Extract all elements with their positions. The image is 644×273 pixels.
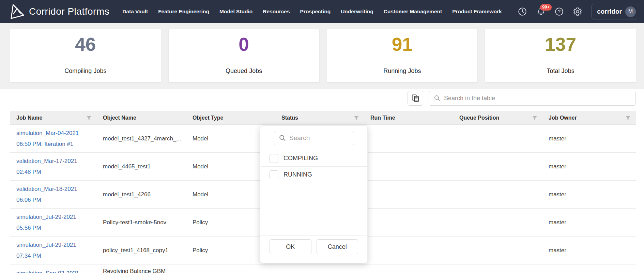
status-filter-icon[interactable] [354, 116, 359, 121]
compiling-jobs-count: 46 [75, 34, 96, 55]
queue-position-cell [453, 181, 542, 209]
user-menu[interactable]: corridor M [591, 4, 639, 19]
job-name-link[interactable]: validation_Mar-17-2021 02:48 PM [16, 158, 77, 175]
running-checkbox[interactable] [270, 170, 278, 179]
object-name-cell: model_test1_4327_4march_... [97, 125, 186, 153]
table-header-row: Job Name Object Name Object Type Status … [10, 111, 636, 125]
nav-item-data-vault[interactable]: Data Vault [122, 9, 148, 15]
column-header-job-owner: Job Owner [542, 111, 636, 125]
search-icon [434, 95, 441, 102]
queue-position-cell [453, 237, 542, 264]
job-owner-cell: master [542, 125, 636, 153]
stat-card-queued-jobs: 0 Queued Jobs [169, 29, 319, 82]
user-name: corridor [597, 8, 622, 15]
run-time-cell [364, 153, 453, 181]
table-search-box [429, 91, 636, 106]
queue-position-cell [453, 264, 542, 273]
object-name-cell: Revolving Balance GBM [97, 264, 186, 273]
job-name-link[interactable]: simulation_Jul-29-2021 05:56 PM [16, 214, 76, 231]
run-time-cell [364, 181, 453, 209]
column-header-queue-position: Queue Position [453, 111, 542, 125]
help-icon[interactable]: ? [554, 7, 564, 16]
object-name-cell: Policy-test1-smoke-5nov [97, 209, 186, 237]
filter-options-list: COMPILING RUNNING [260, 150, 367, 183]
compiling-jobs-label: Compiling Jobs [64, 67, 106, 75]
column-header-run-time: Run Time [364, 111, 453, 125]
stat-card-total-jobs: 137 Total Jobs [485, 29, 636, 82]
user-avatar: M [625, 6, 636, 17]
stat-card-running-jobs: 91 Running Jobs [327, 29, 478, 82]
nav-item-model-studio[interactable]: Model Studio [219, 9, 252, 15]
job-stats-cards: 46 Compiling Jobs 0 Queued Jobs 91 Runni… [10, 29, 636, 82]
column-chooser-icon [411, 94, 420, 103]
filter-ok-button[interactable]: OK [270, 239, 311, 254]
nav-item-product-framework[interactable]: Product Framework [452, 9, 502, 15]
object-name-cell: model_4465_test1 [97, 153, 186, 181]
history-clock-icon[interactable] [518, 7, 527, 16]
nav-item-underwriting[interactable]: Underwriting [341, 9, 373, 15]
total-jobs-count: 137 [545, 34, 576, 55]
run-time-cell [364, 125, 453, 153]
queue-position-cell [453, 209, 542, 237]
column-header-job-name: Job Name [10, 111, 97, 125]
search-icon [279, 134, 286, 142]
filter-search-box [274, 131, 354, 145]
queue-position-filter-icon[interactable] [532, 116, 537, 121]
column-header-object-name: Object Name [97, 111, 186, 125]
job-owner-cell: master [542, 209, 636, 237]
top-navbar: Corridor Platforms Data Vault Feature En… [0, 0, 644, 23]
job-name-link[interactable]: simulation_Jul-29-2021 07:34 PM [16, 242, 76, 259]
object-type-cell [186, 264, 275, 273]
column-chooser-button[interactable] [408, 91, 423, 106]
total-jobs-label: Total Jobs [547, 67, 574, 75]
navbar-actions: 99+ ? corridor M [518, 4, 644, 19]
column-header-status: Status [275, 111, 364, 125]
popup-spacer [260, 183, 367, 235]
run-time-cell [364, 264, 453, 273]
nav-item-customer-management[interactable]: Customer Management [384, 9, 442, 15]
filter-option-running[interactable]: RUNNING [261, 167, 367, 183]
corridor-logo-icon [9, 4, 25, 19]
brand[interactable]: Corridor Platforms [9, 4, 109, 19]
job-name-filter-icon[interactable] [86, 116, 92, 121]
brand-name: Corridor Platforms [29, 6, 109, 17]
main-navigation: Data Vault Feature Engineering Model Stu… [122, 9, 502, 15]
run-time-cell [364, 209, 453, 237]
job-owner-filter-icon[interactable] [625, 116, 631, 121]
job-owner-cell: master [542, 153, 636, 181]
job-name-link[interactable]: simulation_Mar-04-2021 06:50 PM: Iterati… [16, 130, 79, 147]
status-cell [275, 264, 364, 273]
job-owner-cell [542, 264, 636, 273]
filter-search-input[interactable] [289, 134, 354, 142]
queue-position-cell [453, 153, 542, 181]
job-owner-cell: master [542, 237, 636, 264]
object-name-cell: policy_test1_4168_copy1 [97, 237, 186, 264]
settings-gear-icon[interactable] [573, 7, 582, 16]
notifications-bell-icon[interactable]: 99+ [536, 7, 546, 16]
run-time-cell [364, 237, 453, 264]
running-jobs-count: 91 [392, 34, 413, 55]
job-name-link[interactable]: simulation_Sep-02-2021 [16, 270, 79, 273]
queue-position-cell [453, 125, 542, 153]
column-header-object-type: Object Type [186, 111, 275, 125]
status-filter-popup: COMPILING RUNNING OK Cancel [260, 125, 368, 263]
compiling-checkbox[interactable] [270, 154, 278, 163]
queued-jobs-label: Queued Jobs [226, 67, 262, 75]
nav-item-prospecting[interactable]: Prospecting [300, 9, 331, 15]
table-row: simulation_Sep-02-2021 Revolving Balance… [10, 264, 636, 273]
filter-option-compiling[interactable]: COMPILING [261, 150, 367, 167]
nav-item-resources[interactable]: Resources [263, 9, 290, 15]
svg-text:?: ? [558, 9, 561, 14]
job-owner-cell: master [542, 181, 636, 209]
object-name-cell: model_test1_4266 [97, 181, 186, 209]
filter-cancel-button[interactable]: Cancel [317, 239, 358, 254]
popup-footer: OK Cancel [260, 235, 367, 263]
notification-count-badge: 99+ [540, 4, 552, 11]
nav-item-feature-engineering[interactable]: Feature Engineering [158, 9, 209, 15]
table-search-input[interactable] [444, 95, 635, 102]
queued-jobs-count: 0 [239, 34, 249, 55]
running-jobs-label: Running Jobs [383, 67, 421, 75]
stat-card-compiling-jobs: 46 Compiling Jobs [10, 29, 161, 82]
job-name-link[interactable]: validation_Mar-18-2021 06:06 PM [16, 186, 77, 203]
